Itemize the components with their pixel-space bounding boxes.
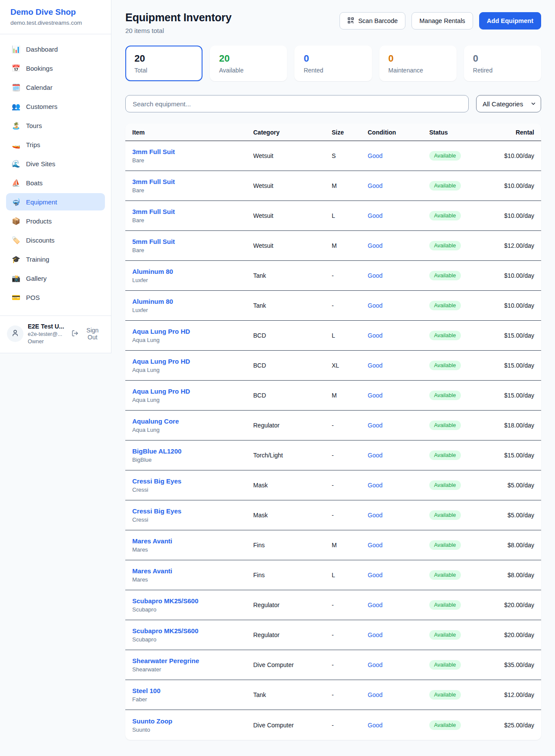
item-name-link[interactable]: Aqua Lung Pro HD	[132, 388, 253, 395]
table-row[interactable]: Mares Avanti Mares Fins L Good Available…	[125, 560, 541, 590]
item-name-link[interactable]: Aluminum 80	[132, 298, 253, 305]
item-name-link[interactable]: Mares Avanti	[132, 537, 253, 545]
table-row[interactable]: Suunto Zoop Suunto Dive Computer - Good …	[125, 710, 541, 740]
item-name-link[interactable]: Scubapro MK25/S600	[132, 597, 253, 605]
condition-link[interactable]: Good	[368, 602, 382, 608]
table-row[interactable]: Aqua Lung Pro HD Aqua Lung BCD XL Good A…	[125, 351, 541, 381]
sidebar-item-training[interactable]: 🎓 Training	[6, 250, 105, 268]
stat-card-rented[interactable]: 0 Rented	[294, 46, 372, 81]
condition-link[interactable]: Good	[368, 332, 382, 339]
stat-card-total[interactable]: 20 Total	[125, 46, 202, 81]
table-row[interactable]: Cressi Big Eyes Cressi Mask - Good Avail…	[125, 500, 541, 530]
table-row[interactable]: Aqua Lung Pro HD Aqua Lung BCD M Good Av…	[125, 381, 541, 411]
sidebar-item-bookings[interactable]: 📅 Bookings	[6, 59, 105, 77]
item-name-link[interactable]: BigBlue AL1200	[132, 447, 253, 455]
condition-link[interactable]: Good	[368, 572, 382, 579]
stat-card-maintenance[interactable]: 0 Maintenance	[379, 46, 457, 81]
table-row[interactable]: Scubapro MK25/S600 Scubapro Regulator - …	[125, 620, 541, 650]
sidebar-item-gallery[interactable]: 📸 Gallery	[6, 270, 105, 287]
table-row[interactable]: 5mm Full Suit Bare Wetsuit M Good Availa…	[125, 231, 541, 261]
stat-card-available[interactable]: 20 Available	[210, 46, 287, 81]
item-brand: Suunto	[132, 726, 253, 733]
table-row[interactable]: Mares Avanti Mares Fins M Good Available…	[125, 530, 541, 560]
condition-link[interactable]: Good	[368, 422, 382, 429]
condition-link[interactable]: Good	[368, 152, 382, 159]
sidebar-item-dashboard[interactable]: 📊 Dashboard	[6, 40, 105, 58]
table-row[interactable]: Shearwater Peregrine Shearwater Dive Com…	[125, 650, 541, 680]
condition-link[interactable]: Good	[368, 212, 382, 219]
sidebar-item-label: Discounts	[26, 237, 55, 244]
table-row[interactable]: Aqualung Core Aqua Lung Regulator - Good…	[125, 411, 541, 440]
item-name-link[interactable]: Aluminum 80	[132, 268, 253, 275]
item-name-link[interactable]: Cressi Big Eyes	[132, 507, 253, 515]
sidebar-item-customers[interactable]: 👥 Customers	[6, 98, 105, 115]
table-row[interactable]: 3mm Full Suit Bare Wetsuit M Good Availa…	[125, 171, 541, 201]
item-name-link[interactable]: Steel 100	[132, 687, 253, 694]
item-name-link[interactable]: Aqualung Core	[132, 417, 253, 425]
item-name-link[interactable]: 3mm Full Suit	[132, 178, 253, 185]
table-row[interactable]: 3mm Full Suit Bare Wetsuit L Good Availa…	[125, 201, 541, 231]
condition-link[interactable]: Good	[368, 302, 382, 309]
item-brand: Luxfer	[132, 307, 253, 313]
stat-card-retired[interactable]: 0 Retired	[464, 46, 541, 81]
condition-link[interactable]: Good	[368, 631, 382, 638]
sidebar-item-calendar[interactable]: 🗓️ Calendar	[6, 79, 105, 96]
condition-link[interactable]: Good	[368, 691, 382, 698]
item-size: M	[332, 542, 368, 549]
table-row[interactable]: Scubapro MK25/S600 Scubapro Regulator - …	[125, 590, 541, 620]
status-badge: Available	[429, 570, 461, 580]
table-row[interactable]: Aqua Lung Pro HD Aqua Lung BCD L Good Av…	[125, 321, 541, 351]
sidebar-item-equipment[interactable]: 🤿 Equipment	[6, 193, 105, 210]
status-badge: Available	[429, 660, 461, 670]
item-name-link[interactable]: 3mm Full Suit	[132, 148, 253, 155]
search-input[interactable]	[125, 95, 469, 112]
item-brand: Bare	[132, 247, 253, 253]
condition-link[interactable]: Good	[368, 661, 382, 668]
condition-link[interactable]: Good	[368, 542, 382, 549]
status-badge: Available	[429, 391, 461, 400]
table-row[interactable]: Steel 100 Faber Tank - Good Available $1…	[125, 680, 541, 710]
condition-link[interactable]: Good	[368, 722, 382, 729]
add-equipment-button[interactable]: Add Equipment	[479, 12, 541, 30]
table-row[interactable]: BigBlue AL1200 BigBlue Torch/Light - Goo…	[125, 440, 541, 470]
rental-rate: $35.00/day	[497, 661, 534, 668]
sidebar-item-dive-sites[interactable]: 🌊 Dive Sites	[6, 155, 105, 172]
category-select[interactable]: All Categories	[476, 95, 541, 112]
table-row[interactable]: Aluminum 80 Luxfer Tank - Good Available…	[125, 291, 541, 321]
sign-out-button[interactable]: Sign Out	[72, 327, 104, 341]
condition-link[interactable]: Good	[368, 512, 382, 519]
status-badge: Available	[429, 630, 461, 640]
sidebar-item-trips[interactable]: 🚤 Trips	[6, 136, 105, 153]
condition-link[interactable]: Good	[368, 272, 382, 279]
table-row[interactable]: Aluminum 80 Luxfer Tank - Good Available…	[125, 261, 541, 291]
manage-rentals-button[interactable]: Manage Rentals	[411, 12, 473, 30]
item-name-link[interactable]: Shearwater Peregrine	[132, 657, 253, 664]
table-row[interactable]: 3mm Full Suit Bare Wetsuit S Good Availa…	[125, 141, 541, 171]
diving-mask-icon: 🤿	[12, 198, 20, 206]
condition-link[interactable]: Good	[368, 452, 382, 459]
condition-link[interactable]: Good	[368, 242, 382, 249]
condition-link[interactable]: Good	[368, 482, 382, 489]
condition-link[interactable]: Good	[368, 182, 382, 189]
tag-icon: 🏷️	[12, 236, 20, 244]
item-name-link[interactable]: Suunto Zoop	[132, 717, 253, 725]
sidebar-item-products[interactable]: 📦 Products	[6, 212, 105, 230]
item-name-link[interactable]: 3mm Full Suit	[132, 208, 253, 215]
table-body: 3mm Full Suit Bare Wetsuit S Good Availa…	[125, 141, 541, 740]
scan-barcode-button[interactable]: Scan Barcode	[340, 12, 405, 30]
item-name-link[interactable]: Aqua Lung Pro HD	[132, 358, 253, 365]
sidebar-item-discounts[interactable]: 🏷️ Discounts	[6, 231, 105, 249]
item-name-link[interactable]: Cressi Big Eyes	[132, 477, 253, 485]
sidebar-item-boats[interactable]: ⛵ Boats	[6, 174, 105, 191]
item-name-link[interactable]: Mares Avanti	[132, 567, 253, 575]
item-name-link[interactable]: 5mm Full Suit	[132, 238, 253, 245]
brand-name[interactable]: Demo Dive Shop	[10, 7, 101, 17]
table-row[interactable]: Cressi Big Eyes Cressi Mask - Good Avail…	[125, 470, 541, 500]
condition-link[interactable]: Good	[368, 392, 382, 399]
item-name-link[interactable]: Scubapro MK25/S600	[132, 627, 253, 634]
sidebar-item-pos[interactable]: 💳 POS	[6, 289, 105, 306]
condition-link[interactable]: Good	[368, 362, 382, 369]
item-name-link[interactable]: Aqua Lung Pro HD	[132, 328, 253, 335]
item-size: -	[332, 272, 368, 279]
sidebar-item-tours[interactable]: 🏝️ Tours	[6, 117, 105, 134]
